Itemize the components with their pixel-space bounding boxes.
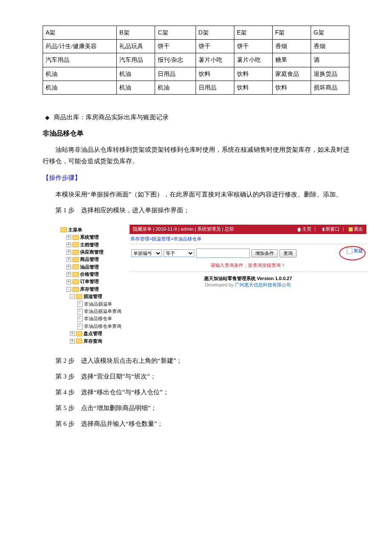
- shelf-cell: 退换货品: [311, 67, 349, 81]
- folder-icon: [72, 279, 79, 284]
- query-op-select[interactable]: 等于: [164, 249, 194, 257]
- new-window-link[interactable]: 新窗口: [320, 226, 340, 231]
- expand-icon[interactable]: +: [66, 243, 71, 247]
- shelf-cell: 饮料: [272, 81, 311, 94]
- tree-item[interactable]: +油品管理: [61, 263, 129, 271]
- module-description: 本模块采用“单据操作画面”（如下图），在此界面可直接对未审核确认的内容进行修改、…: [43, 189, 349, 200]
- topbar-info: 隐藏菜单 | 2010-11-9 | admin | 系统管理员 | 总部: [133, 226, 234, 232]
- company-link[interactable]: 广州惠天信息科技有限公司: [235, 282, 291, 287]
- expand-icon[interactable]: +: [66, 235, 71, 240]
- tree-leaf[interactable]: 非油品损溢单: [61, 301, 129, 308]
- expand-icon[interactable]: +: [66, 250, 71, 254]
- tree-leaf[interactable]: 非油品移仓单: [61, 315, 129, 322]
- expand-icon[interactable]: +: [66, 280, 71, 284]
- tree-item-label: 价格管理: [80, 271, 99, 278]
- new-icon: [347, 248, 352, 254]
- tree-item[interactable]: +库存查询: [61, 338, 129, 345]
- separator: |: [314, 226, 316, 231]
- shelf-cell: 机油: [155, 81, 196, 94]
- tree-item-label: 供应商管理: [80, 249, 104, 255]
- tree-root[interactable]: 主菜单: [61, 226, 129, 234]
- tree-item[interactable]: +商品管理: [61, 256, 129, 263]
- expand-icon[interactable]: +: [66, 265, 71, 269]
- intro-paragraph: 油站将非油品从仓库转移到货架或货架转移到仓库时使用，系统在核减销售时使用货架库存…: [43, 144, 349, 167]
- folder-icon: [72, 242, 79, 247]
- main-panel: 隐藏菜单 | 2010-11-9 | admin | 系统管理员 | 总部 主页…: [130, 225, 366, 347]
- shelf-cell: 饼干: [196, 40, 234, 53]
- home-link[interactable]: 主页: [297, 226, 311, 231]
- page-icon: [78, 316, 83, 322]
- folder-icon: [72, 257, 79, 262]
- shelf-cell: 机油: [43, 67, 117, 81]
- shelf-cell: 香烟: [272, 40, 311, 53]
- tree-leaf-label: 非油品损溢单: [84, 301, 112, 307]
- expand-icon[interactable]: +: [66, 272, 71, 277]
- shelf-header: E架: [234, 26, 272, 40]
- tree-leaf-label: 非油品移仓单查询: [84, 323, 121, 330]
- tree-item[interactable]: +盘点管理: [61, 330, 129, 337]
- shelf-cell: 药品/计生/健康美容: [43, 40, 117, 53]
- tree-item[interactable]: +供应商管理: [61, 249, 129, 256]
- add-condition-button[interactable]: 增加条件: [251, 249, 278, 257]
- tree-inventory[interactable]: - 库存管理: [61, 286, 129, 293]
- step-6: 第 6 步 选择商品并输入“移仓数量”；: [43, 418, 349, 430]
- tree-leaf-label: 非油品损溢单查询: [84, 308, 121, 315]
- folder-icon: [72, 287, 79, 292]
- shelf-cell: 薯片小吃: [234, 53, 272, 67]
- tree-item[interactable]: +系统管理: [61, 234, 129, 241]
- shelf-header: C架: [155, 26, 196, 40]
- query-value-input[interactable]: [196, 249, 250, 258]
- shelf-header: A架: [43, 26, 117, 40]
- shelf-row: 机油机油机油日用品饮料饮料损坏商品: [43, 81, 349, 94]
- search-button[interactable]: 查询: [280, 249, 297, 257]
- tree-lossgain[interactable]: - 损溢管理: [61, 293, 129, 300]
- expand-icon[interactable]: +: [66, 257, 71, 262]
- shelf-header: D架: [196, 26, 234, 40]
- new-window-label: 新窗口: [326, 226, 340, 231]
- expand-icon[interactable]: +: [70, 339, 75, 344]
- folder-icon: [61, 227, 67, 232]
- shelf-row: 汽车用品汽车用品报刊/杂志薯片小吃薯片小吃糖果酒: [43, 53, 349, 67]
- new-record-label: 新建: [354, 248, 363, 254]
- system-name: 惠天加油站零售管理系统: [204, 276, 256, 281]
- sidebar-tree: 主菜单 +系统管理+主档管理+供应商管理+商品管理+油品管理+价格管理+订单管理…: [60, 225, 130, 347]
- shelf-row: 机油机油日用品饮料饮料家庭食品退换货品: [43, 67, 349, 81]
- tree-item[interactable]: +价格管理: [61, 271, 129, 278]
- shelf-header: G架: [311, 26, 349, 40]
- step-5: 第 5 步 点击“增加删除商品明细”；: [43, 402, 349, 414]
- shelf-cell: 家庭食品: [272, 67, 311, 81]
- tree-item-label: 库存查询: [84, 338, 102, 344]
- tree-item-label: 订单管理: [80, 278, 99, 285]
- query-field-select[interactable]: 单据编号: [131, 249, 162, 257]
- folder-icon: [76, 294, 82, 299]
- diamond-icon: ◆: [45, 114, 49, 121]
- window-icon: [320, 227, 325, 231]
- shelf-cell: 糖果: [272, 53, 311, 67]
- tree-leaf[interactable]: 非油品移仓单查询: [61, 323, 129, 330]
- operation-steps-heading: 【操作步骤】: [43, 172, 349, 184]
- shelf-cell: 机油: [117, 67, 155, 81]
- shelf-cell: 礼品玩具: [117, 40, 155, 53]
- shelf-cell: 日用品: [196, 81, 234, 94]
- tree-item[interactable]: +主档管理: [61, 241, 129, 249]
- shelf-row: 药品/计生/健康美容礼品玩具饼干饼干饼干香烟香烟: [43, 40, 349, 53]
- folder-icon: [72, 235, 79, 240]
- tree-leaf[interactable]: 非油品损溢单查询: [61, 308, 129, 315]
- new-record-link[interactable]: 新建: [347, 248, 363, 254]
- collapse-icon[interactable]: -: [66, 287, 71, 292]
- folder-icon: [72, 250, 79, 255]
- section-title: 非油品移仓单: [43, 127, 349, 140]
- shelf-cell: 饮料: [234, 81, 272, 94]
- expand-icon[interactable]: +: [70, 331, 75, 336]
- collapse-icon[interactable]: -: [70, 294, 75, 299]
- step-2: 第 2 步 进入该模块后点击右上角的“新建”；: [43, 355, 349, 367]
- top-bar: 隐藏菜单 | 2010-11-9 | admin | 系统管理员 | 总部 主页…: [130, 225, 366, 234]
- shelf-cell: 机油: [43, 81, 117, 94]
- app-screenshot: 主菜单 +系统管理+主档管理+供应商管理+商品管理+油品管理+价格管理+订单管理…: [60, 225, 366, 347]
- tree-item[interactable]: +订单管理: [61, 278, 129, 285]
- topbar-actions: 主页 | 新窗口 | 退出: [295, 226, 363, 232]
- folder-icon: [72, 272, 79, 277]
- logout-link[interactable]: 退出: [349, 226, 363, 231]
- home-link-label: 主页: [302, 226, 311, 231]
- logout-icon: [349, 227, 353, 231]
